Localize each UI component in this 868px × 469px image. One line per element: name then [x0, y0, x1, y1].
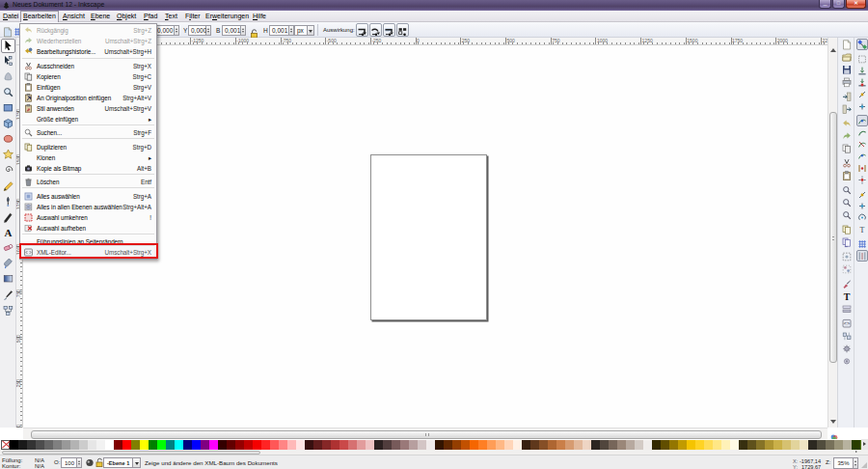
svg-text:A: A — [5, 227, 13, 238]
svg-text:T: T — [844, 291, 851, 302]
svg-text:T: T — [859, 226, 864, 234]
svg-text:<>: <> — [844, 320, 850, 326]
